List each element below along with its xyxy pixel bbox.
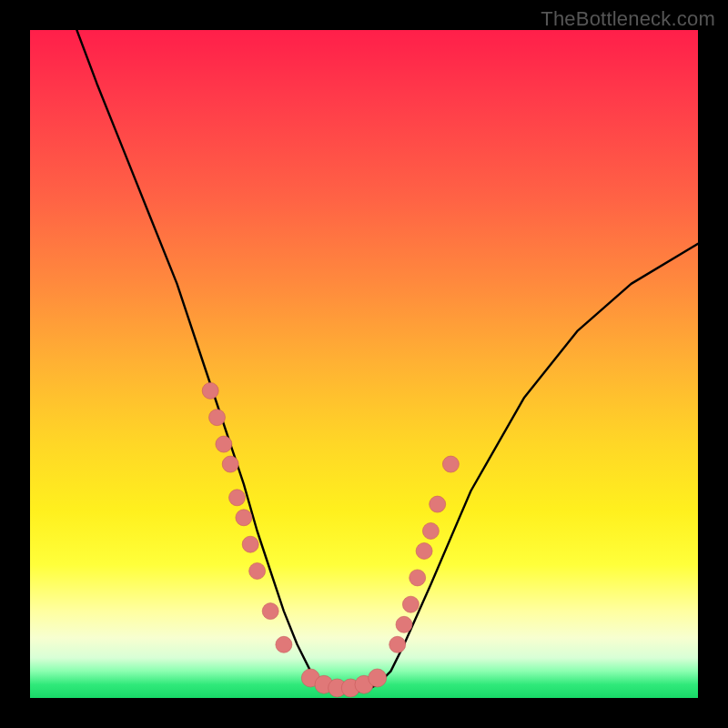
marker-dot <box>396 616 412 632</box>
marker-dot <box>422 523 439 540</box>
plot-area <box>30 30 698 698</box>
marker-dot <box>276 636 292 652</box>
marker-layer <box>202 382 459 697</box>
watermark-text: TheBottleneck.com <box>541 7 715 31</box>
marker-dot <box>442 456 459 472</box>
marker-dot <box>202 382 218 399</box>
marker-dot <box>402 596 419 612</box>
marker-dot <box>236 510 252 526</box>
marker-dot <box>242 536 258 552</box>
marker-dot <box>430 496 446 512</box>
marker-dot <box>249 563 266 580</box>
marker-dot <box>389 636 406 652</box>
marker-dot <box>410 570 426 586</box>
marker-dot <box>216 436 232 452</box>
marker-dot <box>416 543 432 560</box>
marker-dot <box>209 410 226 426</box>
marker-dot <box>222 456 238 472</box>
marker-dot <box>262 603 278 620</box>
marker-dot <box>369 669 387 687</box>
bottleneck-curve <box>76 30 698 692</box>
chart-frame: TheBottleneck.com <box>0 0 728 728</box>
curve-layer <box>76 30 698 692</box>
marker-dot <box>229 490 246 506</box>
chart-svg <box>30 30 698 698</box>
